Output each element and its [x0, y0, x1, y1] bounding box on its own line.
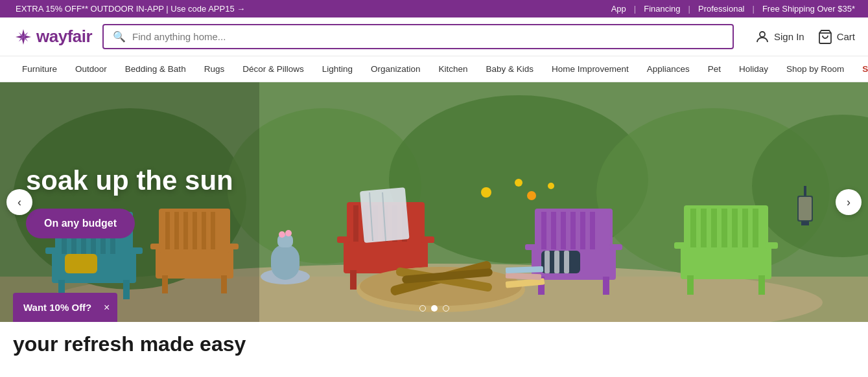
- main-nav: Furniture Outdoor Bedding & Bath Rugs Dé…: [0, 56, 868, 82]
- svg-rect-82: [732, 209, 738, 247]
- svg-rect-80: [711, 209, 717, 247]
- svg-rect-84: [753, 209, 758, 247]
- hero-dots: [419, 305, 449, 312]
- svg-rect-90: [271, 244, 299, 280]
- below-fold-section: your refresh made easy: [0, 322, 868, 367]
- svg-rect-42: [353, 205, 358, 242]
- hero-next-button[interactable]: ›: [836, 189, 862, 215]
- nav-item-sale[interactable]: Sale: [853, 56, 868, 82]
- hero-dot-1[interactable]: [419, 305, 426, 312]
- header-actions: Sign In Cart: [755, 29, 855, 45]
- below-fold-heading: your refresh made easy: [13, 332, 855, 356]
- logo-text: wayfair: [36, 27, 92, 47]
- nav-item-lighting[interactable]: Lighting: [313, 56, 362, 82]
- divider-2: |: [688, 4, 690, 14]
- banner-financing-link[interactable]: Financing: [644, 4, 680, 14]
- svg-rect-85: [674, 242, 687, 249]
- svg-rect-69: [609, 244, 622, 250]
- banner-promo-text[interactable]: EXTRA 15% OFF** OUTDOOR IN-APP | Use cod…: [13, 4, 245, 14]
- toast-close-button[interactable]: ×: [104, 302, 110, 314]
- logo-icon: [13, 27, 34, 47]
- svg-rect-71: [603, 277, 609, 295]
- nav-item-pet[interactable]: Pet: [699, 56, 730, 82]
- nav-item-holiday[interactable]: Holiday: [730, 56, 777, 82]
- nav-item-shop-by-room[interactable]: Shop by Room: [777, 56, 853, 82]
- svg-rect-64: [561, 212, 566, 249]
- cart-button[interactable]: Cart: [817, 29, 855, 45]
- svg-point-13: [527, 191, 536, 200]
- svg-rect-67: [590, 212, 595, 249]
- svg-point-11: [481, 187, 491, 198]
- svg-rect-78: [690, 209, 696, 247]
- nav-item-baby-kids[interactable]: Baby & Kids: [477, 56, 543, 82]
- hero-section: soak up the sun On any budget ‹ › Want 1…: [0, 82, 868, 322]
- svg-rect-88: [758, 275, 765, 295]
- svg-point-92: [279, 231, 285, 238]
- nav-item-outdoor[interactable]: Outdoor: [66, 56, 116, 82]
- sign-in-label: Sign In: [774, 31, 804, 42]
- search-icon: 🔍: [113, 30, 126, 43]
- svg-rect-87: [687, 275, 694, 295]
- svg-rect-81: [721, 209, 727, 247]
- svg-point-1: [760, 32, 765, 37]
- cart-label: Cart: [837, 31, 855, 42]
- hero-headline: soak up the sun: [26, 166, 233, 196]
- svg-rect-79: [701, 209, 707, 247]
- toast-text: Want 10% Off?: [23, 302, 91, 313]
- svg-rect-65: [570, 212, 576, 249]
- divider-1: |: [634, 4, 636, 14]
- hero-cta-button[interactable]: On any budget: [26, 209, 135, 238]
- nav-item-decor-pillows[interactable]: Décor & Pillows: [233, 56, 313, 82]
- svg-rect-74: [554, 251, 559, 273]
- svg-rect-97: [804, 186, 806, 196]
- svg-rect-86: [765, 242, 778, 249]
- svg-rect-66: [580, 212, 585, 249]
- hero-prev-button[interactable]: ‹: [6, 189, 32, 215]
- svg-rect-62: [541, 212, 546, 249]
- nav-item-kitchen[interactable]: Kitchen: [430, 56, 477, 82]
- svg-point-93: [285, 230, 292, 236]
- svg-rect-99: [799, 197, 812, 220]
- nav-item-bedding-bath[interactable]: Bedding & Bath: [116, 56, 195, 82]
- svg-rect-100: [801, 222, 809, 225]
- divider-3: |: [753, 4, 755, 14]
- nav-item-home-improvement[interactable]: Home Improvement: [543, 56, 638, 82]
- svg-rect-73: [545, 251, 550, 273]
- svg-rect-83: [742, 209, 748, 247]
- top-banner: EXTRA 15% OFF** OUTDOOR IN-APP | Use cod…: [0, 0, 868, 17]
- sign-in-button[interactable]: Sign In: [755, 29, 804, 45]
- promo-text: EXTRA 15% OFF** OUTDOOR IN-APP | Use cod…: [16, 4, 245, 14]
- svg-rect-50: [350, 270, 357, 290]
- nav-item-furniture[interactable]: Furniture: [13, 56, 66, 82]
- hero-dot-2[interactable]: [431, 305, 438, 312]
- svg-rect-49: [421, 236, 434, 243]
- user-icon: [755, 29, 770, 45]
- nav-item-rugs[interactable]: Rugs: [195, 56, 234, 82]
- discount-toast: Want 10% Off? ×: [13, 293, 117, 322]
- logo[interactable]: wayfair: [13, 27, 92, 47]
- svg-rect-63: [551, 212, 556, 249]
- nav-item-appliances[interactable]: Appliances: [638, 56, 699, 82]
- svg-point-12: [515, 179, 522, 187]
- nav-item-organization[interactable]: Organization: [362, 56, 430, 82]
- banner-professional-link[interactable]: Professional: [698, 4, 745, 14]
- header: wayfair 🔍 Sign In Cart: [0, 17, 868, 56]
- hero-dot-3[interactable]: [443, 305, 449, 312]
- svg-rect-48: [337, 236, 350, 243]
- banner-shipping-link[interactable]: Free Shipping Over $35*: [762, 4, 855, 14]
- svg-rect-68: [525, 244, 538, 250]
- search-bar: 🔍: [102, 24, 734, 49]
- svg-point-14: [548, 183, 554, 189]
- hero-text-block: soak up the sun On any budget: [26, 166, 233, 238]
- banner-right-links: App | Financing | Professional | Free Sh…: [611, 4, 855, 14]
- cart-icon: [817, 29, 833, 45]
- svg-rect-75: [564, 251, 569, 273]
- banner-app-link[interactable]: App: [611, 4, 626, 14]
- search-input[interactable]: [132, 31, 723, 42]
